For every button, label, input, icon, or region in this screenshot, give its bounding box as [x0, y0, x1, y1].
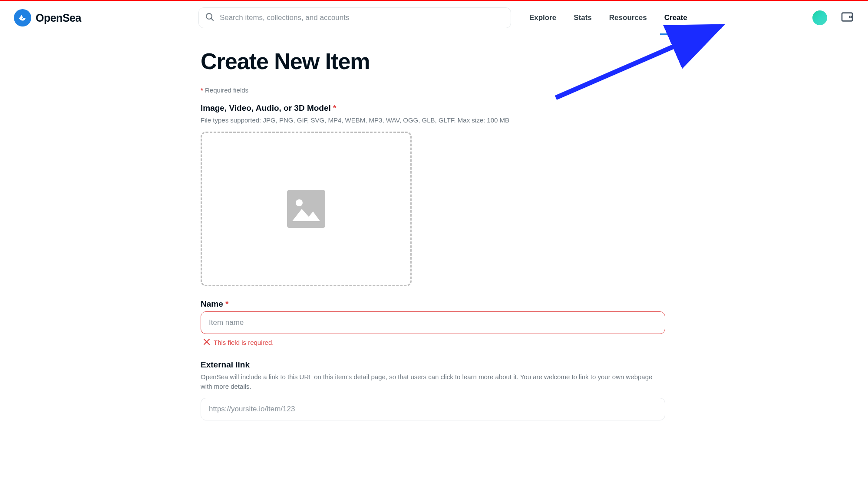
- nav-stats[interactable]: Stats: [574, 13, 592, 22]
- external-link-label: External link: [201, 360, 670, 370]
- main-content: Create New Item * Required fields Image,…: [201, 35, 670, 451]
- opensea-logo-icon: [14, 9, 31, 26]
- search-input[interactable]: [198, 7, 511, 28]
- svg-rect-5: [287, 190, 325, 228]
- search-icon: [205, 12, 215, 24]
- top-navigation: OpenSea Explore Stats Resources Create: [0, 1, 868, 35]
- avatar[interactable]: [812, 10, 827, 25]
- brand-name: OpenSea: [36, 12, 81, 24]
- wallet-icon[interactable]: [840, 10, 854, 26]
- image-placeholder-icon: [287, 190, 325, 228]
- brand[interactable]: OpenSea: [14, 9, 81, 26]
- external-link-field-group: External link OpenSea will include a lin…: [201, 360, 670, 420]
- svg-point-4: [850, 17, 851, 17]
- name-error-text: This field is required.: [214, 339, 274, 346]
- name-error-row: This field is required.: [203, 338, 670, 347]
- nav-create[interactable]: Create: [664, 13, 687, 22]
- primary-nav: Explore Stats Resources Create: [529, 13, 687, 22]
- upload-dropzone[interactable]: [201, 132, 412, 286]
- required-fields-note: * Required fields: [201, 86, 670, 94]
- upload-label: Image, Video, Audio, or 3D Model *: [201, 103, 670, 113]
- upload-field-group: Image, Video, Audio, or 3D Model * File …: [201, 103, 670, 286]
- svg-point-6: [296, 199, 303, 206]
- nav-explore[interactable]: Explore: [529, 13, 556, 22]
- external-link-input[interactable]: [201, 398, 665, 420]
- page-title: Create New Item: [201, 48, 670, 74]
- search-container: [198, 7, 511, 28]
- upload-help: File types supported: JPG, PNG, GIF, SVG…: [201, 116, 661, 126]
- name-field-group: Name * This field is required.: [201, 299, 670, 347]
- nav-right: [812, 10, 854, 26]
- name-input[interactable]: [201, 311, 665, 334]
- external-link-help: OpenSea will include a link to this URL …: [201, 372, 661, 392]
- nav-resources[interactable]: Resources: [609, 13, 647, 22]
- svg-line-1: [211, 19, 213, 21]
- name-label: Name *: [201, 299, 670, 309]
- error-x-icon: [203, 338, 210, 347]
